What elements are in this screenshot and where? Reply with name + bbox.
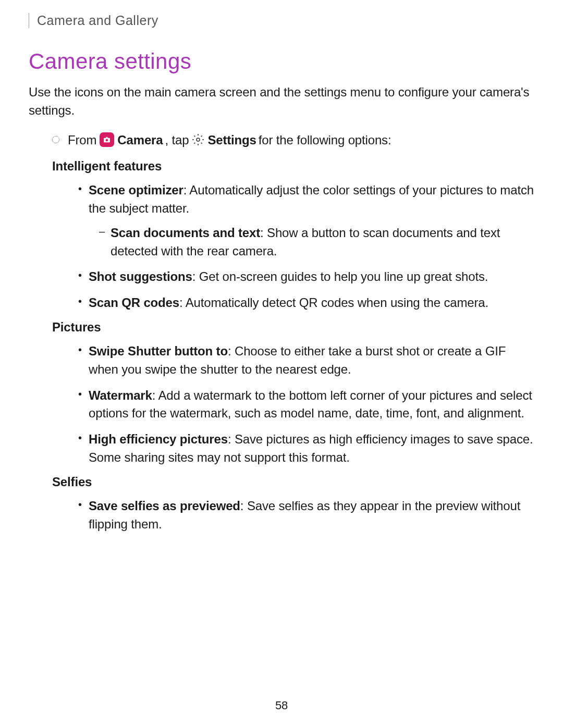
list-item: Scan QR codes: Automatically detect QR c… [78, 294, 534, 312]
camera-label: Camera [117, 131, 163, 149]
list-item: Scan documents and text: Show a button t… [99, 224, 534, 261]
list-pictures: Swipe Shutter button to: Choose to eithe… [78, 342, 534, 467]
list-item: Scene optimizer: Automatically adjust th… [78, 181, 534, 260]
instruction-rest: for the following options: [259, 131, 391, 149]
item-bold: Save selfies as previewed [89, 499, 240, 513]
item-bold: Watermark [89, 388, 152, 402]
item-bold: Scene optimizer [89, 183, 183, 197]
section-title-selfies: Selfies [52, 475, 534, 489]
item-bold: Shot suggestions [89, 269, 192, 283]
item-text: : Get on-screen guides to help you line … [192, 269, 488, 283]
item-bold: High efficiency pictures [89, 432, 228, 446]
svg-point-2 [197, 138, 200, 141]
list-item: High efficiency pictures: Save pictures … [78, 430, 534, 467]
camera-icon [100, 132, 114, 147]
item-bold: Swipe Shutter button to [89, 344, 228, 358]
settings-label: Settings [207, 131, 256, 149]
gear-icon [192, 133, 204, 146]
list-item: Save selfies as previewed: Save selfies … [78, 497, 534, 534]
list-item: Swipe Shutter button to: Choose to eithe… [78, 342, 534, 379]
item-text: : Automatically detect QR codes when usi… [179, 295, 488, 310]
section-title-pictures: Pictures [52, 320, 534, 335]
breadcrumb: Camera and Gallery [37, 13, 534, 28]
list-item: Watermark: Add a watermark to the bottom… [78, 387, 534, 423]
instruction-tap: , tap [165, 131, 189, 149]
item-text: : Add a watermark to the bottom left cor… [89, 388, 532, 421]
sub-list: Scan documents and text: Show a button t… [99, 224, 534, 261]
page-number: 58 [275, 699, 288, 712]
item-bold: Scan QR codes [89, 295, 179, 310]
section-title-intelligent: Intelligent features [52, 159, 534, 174]
item-bold: Scan documents and text [111, 226, 260, 240]
circle-bullet-icon [52, 136, 59, 143]
svg-point-1 [106, 139, 108, 142]
list-item: Shot suggestions: Get on-screen guides t… [78, 268, 534, 286]
instruction-from: From [68, 131, 96, 149]
list-intelligent: Scene optimizer: Automatically adjust th… [78, 181, 534, 312]
header-section: Camera and Gallery [29, 13, 534, 28]
list-selfies: Save selfies as previewed: Save selfies … [78, 497, 534, 534]
instruction-line: From Camera , tap Settings for the follo… [52, 131, 534, 149]
intro-text: Use the icons on the main camera screen … [29, 83, 534, 120]
page-title: Camera settings [29, 49, 534, 74]
